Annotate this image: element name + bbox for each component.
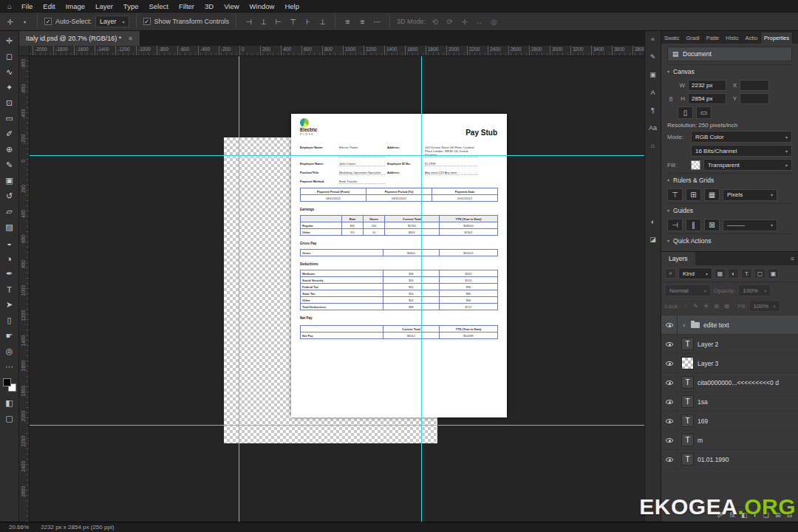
lasso-tool[interactable]: ∿ xyxy=(1,64,18,80)
type-tool[interactable]: T xyxy=(1,282,18,297)
gradient-tool[interactable]: ▨ xyxy=(1,219,18,235)
guide-layout-button[interactable]: ∥ xyxy=(686,219,701,231)
layer-name[interactable]: 1sa xyxy=(698,398,708,406)
show-transform-checkbox[interactable]: ✓ xyxy=(143,18,151,25)
height-field[interactable]: 2854 px xyxy=(688,93,726,104)
layer-row[interactable]: Tm xyxy=(661,431,798,450)
horizontal-ruler[interactable]: -2000-1800-1600-1400-1200-1000-800-600-4… xyxy=(30,46,644,56)
lock-all-icon[interactable]: ⊠ xyxy=(723,303,731,310)
brush-tool[interactable]: ✎ xyxy=(1,157,18,173)
home-icon[interactable]: ⌂ xyxy=(3,2,16,10)
panel-tab-gradi[interactable]: Gradi xyxy=(683,33,703,44)
visibility-toggle[interactable] xyxy=(661,316,678,335)
crop-tool[interactable]: ⊡ xyxy=(1,95,18,111)
libraries-panel-icon[interactable]: ⌂ xyxy=(647,140,660,151)
layer-name[interactable]: edite text xyxy=(703,321,729,329)
shape-filter-icon[interactable]: ▢ xyxy=(754,268,765,279)
layer-row[interactable]: T01.01.1990 xyxy=(661,450,798,469)
visibility-toggle[interactable] xyxy=(661,412,678,431)
shape-tool[interactable]: ▯ xyxy=(1,313,18,328)
color-mode-select[interactable]: RGB Color ▾ xyxy=(691,131,792,143)
ellipsis-icon[interactable]: ⋯ xyxy=(372,18,383,26)
layer-name[interactable]: 01.01.1990 xyxy=(698,456,729,463)
3d-pan-icon[interactable]: ✛ xyxy=(459,18,470,26)
adjustments-panel-icon[interactable]: ◐ xyxy=(647,216,660,227)
fill-select[interactable]: Transparent ▾ xyxy=(703,159,792,171)
distribute-h-icon[interactable]: ≡ xyxy=(342,18,353,26)
align-middle-icon[interactable]: ⊦ xyxy=(302,18,313,26)
3d-roll-icon[interactable]: ⟳ xyxy=(444,18,455,26)
layer-row[interactable]: Layer 3 xyxy=(661,354,798,373)
3d-slide-icon[interactable]: ↔ xyxy=(474,18,485,26)
link-dimensions-icon[interactable]: 8 xyxy=(667,95,675,103)
quick-actions-section-header[interactable]: ▾ Quick Actions xyxy=(667,233,792,247)
history-brush-tool[interactable]: ↺ xyxy=(1,188,18,204)
blur-tool[interactable]: ◒ xyxy=(1,235,18,250)
lock-artboard-icon[interactable]: ⊞ xyxy=(712,303,720,310)
layers-tab[interactable]: Layers xyxy=(661,252,695,265)
layer-row[interactable]: T169 xyxy=(661,412,798,431)
search-icon[interactable]: ⌕ xyxy=(665,268,676,279)
fill-swatch[interactable] xyxy=(691,160,700,170)
zoom-tool[interactable]: ◎ xyxy=(1,344,18,359)
menu-type[interactable]: Type xyxy=(118,2,144,10)
canvas-section-header[interactable]: ▾ Canvas xyxy=(667,64,792,78)
tool-preset-chevron-icon[interactable]: ▾ xyxy=(19,19,30,24)
layer-name[interactable]: Layer 3 xyxy=(698,360,718,367)
rulers-grids-section-header[interactable]: ▾ Rulers & Grids xyxy=(667,173,792,186)
pixel-filter-icon[interactable]: ▦ xyxy=(715,268,726,279)
color-chips[interactable] xyxy=(3,378,16,392)
panel-tab-swatc[interactable]: Swatc xyxy=(661,33,683,44)
eraser-tool[interactable]: ▱ xyxy=(1,204,18,219)
healing-brush-tool[interactable]: ⊕ xyxy=(1,142,18,157)
auto-select-dropdown[interactable]: Layer ▾ xyxy=(95,16,129,27)
layer-name[interactable]: 169 xyxy=(698,417,708,425)
layer-row[interactable]: T1sa xyxy=(661,392,798,412)
pen-tool[interactable]: ✒ xyxy=(1,266,18,282)
menu-image[interactable]: Image xyxy=(61,2,90,10)
layer-row[interactable]: TLayer 2 xyxy=(661,335,798,354)
canvas-viewport[interactable]: Electric POWER Pay Stub Employer Name:El… xyxy=(30,56,644,522)
fill-opacity-select[interactable]: 100% ▾ xyxy=(749,300,780,312)
lock-pixels-icon[interactable]: ✎ xyxy=(692,303,700,310)
toggle-snap-button[interactable]: ▦ xyxy=(704,188,720,201)
visibility-toggle[interactable] xyxy=(661,392,678,412)
panel-tab-properties[interactable]: Properties xyxy=(761,33,793,44)
group-caret-icon[interactable]: ∨ xyxy=(681,322,687,327)
visibility-toggle[interactable] xyxy=(661,335,678,354)
menu-file[interactable]: File xyxy=(16,2,38,10)
glyphs-panel-icon[interactable]: Aa xyxy=(647,122,660,133)
auto-select-checkbox[interactable]: ✓ xyxy=(44,18,52,25)
layer-name[interactable]: cita0000000...<<<<<<<<<0 d xyxy=(698,379,779,386)
x-field[interactable] xyxy=(740,80,769,91)
dodge-tool[interactable]: ◑ xyxy=(1,250,18,266)
histogram-panel-icon[interactable]: ◪ xyxy=(647,233,660,245)
panel-tab-actio[interactable]: Actio xyxy=(742,33,761,44)
expand-panels-icon[interactable]: « xyxy=(647,33,660,44)
screen-mode-icon[interactable]: ▢ xyxy=(1,411,18,426)
panel-menu-icon[interactable]: ≡ xyxy=(791,255,794,262)
guide-style-select[interactable]: ——— ▾ xyxy=(723,219,777,231)
toggle-rulers-button[interactable]: ⊤ xyxy=(667,188,683,201)
layer-row[interactable]: ∨edite text xyxy=(661,316,798,335)
layer-row[interactable]: Tcita0000000...<<<<<<<<<0 d xyxy=(661,373,798,392)
smart-object-filter-icon[interactable]: ▣ xyxy=(768,268,779,279)
paragraph-panel-icon[interactable]: ¶ xyxy=(647,104,660,115)
zoom-level[interactable]: 20.66% xyxy=(9,524,29,531)
blend-mode-select[interactable]: Normal ▾ xyxy=(665,284,711,296)
marquee-tool[interactable]: ◻ xyxy=(1,49,18,64)
width-field[interactable]: 2232 px xyxy=(688,80,726,91)
vertical-guide[interactable] xyxy=(239,56,239,522)
bit-depth-select[interactable]: 16 Bits/Channel ▾ xyxy=(691,145,792,157)
visibility-toggle[interactable] xyxy=(661,431,678,450)
layer-name[interactable]: m xyxy=(698,437,703,444)
toggle-grid-button[interactable]: ⊞ xyxy=(686,188,701,201)
panel-tab-histo[interactable]: Histo xyxy=(723,33,742,44)
ruler-corner[interactable] xyxy=(19,46,30,56)
hand-tool[interactable]: ☛ xyxy=(1,328,18,344)
lock-position-icon[interactable]: ✛ xyxy=(702,303,710,310)
foreground-color-swatch[interactable] xyxy=(3,378,11,386)
document-row[interactable]: ▤ Document xyxy=(667,47,792,61)
brush-settings-icon[interactable]: ✎ xyxy=(647,51,660,62)
frame-tool[interactable]: ▭ xyxy=(1,111,18,126)
